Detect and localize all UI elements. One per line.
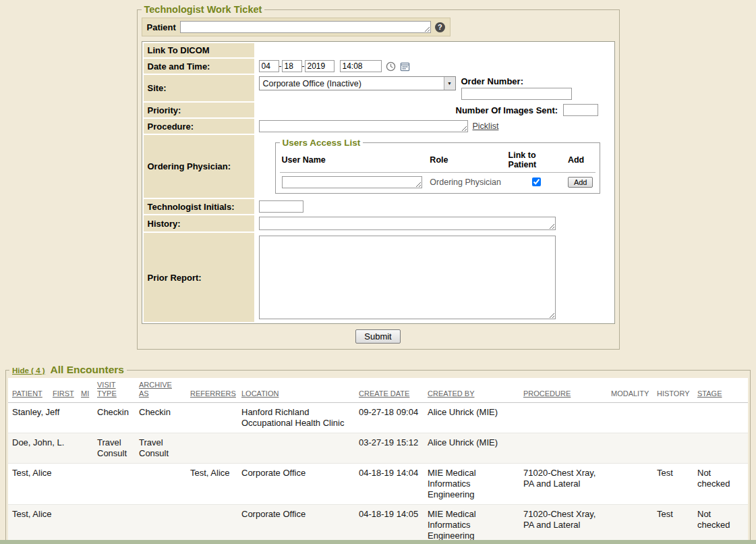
col-procedure[interactable]: PROCEDURE: [519, 378, 607, 403]
ual-row: Ordering Physician Add: [280, 173, 595, 190]
images-sent-label: Number Of Images Sent:: [456, 105, 558, 115]
cell-archive-as: [135, 464, 186, 505]
all-encounters-title: All Encounters: [51, 364, 124, 376]
prior-report-label: Prior Report:: [144, 233, 254, 322]
date-month-input[interactable]: [259, 60, 279, 72]
col-visit-type[interactable]: VISIT TYPE: [93, 378, 135, 403]
encounters-table: PATIENT FIRST MI VISIT TYPE ARCHIVE AS R…: [8, 378, 748, 544]
images-sent-input[interactable]: [563, 104, 598, 116]
hide-link[interactable]: Hide ( 4 ): [12, 366, 45, 375]
ordering-physician-label: Ordering Physician:: [144, 135, 254, 198]
col-history: HISTORY: [653, 378, 693, 403]
users-access-list-title: Users Access List: [280, 138, 364, 148]
date-year-input[interactable]: [305, 60, 335, 72]
cell-location: Hanford Richland Occupational Health Cli…: [237, 403, 355, 433]
clock-icon[interactable]: [386, 61, 396, 72]
cell-created-by: Alice Uhrick (MIE): [424, 403, 519, 433]
col-mi[interactable]: MI: [77, 378, 93, 403]
cell-visit-type: [93, 464, 135, 505]
cell-visit-type: [93, 505, 135, 544]
cell-referrers: [186, 403, 237, 433]
col-referrers[interactable]: REFERRERS: [186, 378, 237, 403]
history-label: History:: [144, 215, 254, 232]
cell-modality: [607, 464, 653, 505]
all-encounters-panel: Hide ( 4 ) All Encounters PATIENT FIRST …: [5, 364, 751, 544]
technologist-initials-input[interactable]: [259, 200, 303, 213]
cell-referrers: [186, 433, 237, 464]
site-label: Site:: [144, 75, 254, 101]
patient-input[interactable]: [180, 21, 431, 33]
picklist-link[interactable]: Picklist: [473, 121, 499, 131]
col-patient[interactable]: PATIENT: [8, 378, 49, 403]
user-name-input[interactable]: [282, 176, 422, 188]
col-created-by[interactable]: CREATED BY: [424, 378, 519, 403]
history-input[interactable]: [259, 217, 556, 230]
submit-button[interactable]: Submit: [355, 329, 400, 344]
encounters-table-wrap: PATIENT FIRST MI VISIT TYPE ARCHIVE AS R…: [8, 378, 748, 544]
order-number-group: Order Number:: [461, 76, 572, 100]
cell-created-by: Alice Uhrick (MIE): [424, 433, 519, 464]
ticket-fields: Link To DICOM Date and Time: - -: [142, 41, 615, 324]
cell-first: [49, 505, 77, 544]
date-time-label: Date and Time:: [144, 59, 254, 74]
cell-modality: [607, 403, 653, 433]
prior-report-input[interactable]: [259, 236, 556, 319]
cell-modality: [607, 505, 653, 544]
site-select-value: Corporate Office (Inactive): [263, 79, 361, 88]
cell-patient: Doe, John, L.: [8, 433, 49, 464]
cell-location: [237, 433, 355, 464]
add-button[interactable]: Add: [568, 177, 593, 188]
row-date-time: Date and Time: - -: [144, 59, 613, 74]
priority-label: Priority:: [144, 103, 254, 117]
ual-role-value: Ordering Physician: [428, 173, 506, 190]
patient-bar: Patient ?: [142, 18, 450, 36]
cell-archive-as: Travel Consult: [135, 433, 186, 464]
cell-create-date: 04-18-19 14:04: [355, 464, 424, 505]
col-location[interactable]: LOCATION: [237, 378, 355, 403]
help-icon[interactable]: ?: [435, 22, 445, 32]
cell-visit-type: Checkin: [93, 403, 135, 433]
row-priority: Priority: Number Of Images Sent:: [144, 103, 613, 117]
time-input[interactable]: [340, 60, 382, 72]
cell-create-date: 04-18-19 14:05: [355, 505, 424, 544]
cell-history: [653, 403, 693, 433]
cell-location: Corporate Office: [237, 464, 355, 505]
col-first[interactable]: FIRST: [49, 378, 77, 403]
order-number-input[interactable]: [461, 88, 572, 100]
col-stage[interactable]: STAGE: [693, 378, 748, 403]
link-to-patient-checkbox[interactable]: [532, 178, 541, 186]
cell-referrers: Test, Alice: [186, 464, 237, 505]
row-history: History:: [144, 215, 613, 232]
cell-archive-as: [135, 505, 186, 544]
cell-mi: [77, 433, 93, 464]
col-archive-as[interactable]: ARCHIVE AS: [135, 378, 186, 403]
cell-mi: [77, 464, 93, 505]
cell-modality: [607, 433, 653, 464]
form-title: Technologist Work Ticket: [142, 4, 265, 15]
ual-header-user-name: User Name: [280, 149, 428, 173]
cell-procedure: 71020-Chest Xray, PA and Lateral: [519, 464, 607, 505]
encounters-header-row: PATIENT FIRST MI VISIT TYPE ARCHIVE AS R…: [8, 378, 748, 403]
cell-location: Corporate Office: [237, 505, 355, 544]
date-day-input[interactable]: [282, 60, 302, 72]
row-procedure: Procedure: Picklist: [144, 119, 613, 134]
cell-stage: Not checked: [693, 505, 748, 544]
cell-history: Test: [653, 464, 693, 505]
row-link-to-dicom: Link To DICOM: [144, 43, 613, 57]
cell-patient: Test, Alice: [8, 464, 49, 505]
cell-procedure: 71020-Chest Xray, PA and Lateral: [519, 505, 607, 544]
cell-stage: Not checked: [693, 464, 748, 505]
cell-mi: [77, 403, 93, 433]
table-row: Test, Alice Corporate Office 04-18-19 14…: [8, 505, 748, 544]
procedure-label: Procedure:: [144, 119, 254, 134]
calendar-icon[interactable]: [400, 61, 410, 72]
site-select[interactable]: Corporate Office (Inactive) ▼: [259, 76, 456, 90]
col-create-date[interactable]: CREATE DATE: [355, 378, 424, 403]
all-encounters-legend: Hide ( 4 ) All Encounters: [9, 364, 127, 376]
table-row: Stanley, Jeff Checkin Checkin Hanford Ri…: [8, 403, 748, 433]
page: Technologist Work Ticket Patient ? Link …: [0, 4, 756, 544]
cell-history: Test: [653, 505, 693, 544]
procedure-input[interactable]: [259, 120, 468, 132]
row-prior-report: Prior Report:: [144, 233, 613, 322]
table-row: Test, Alice Test, Alice Corporate Office…: [8, 464, 748, 505]
